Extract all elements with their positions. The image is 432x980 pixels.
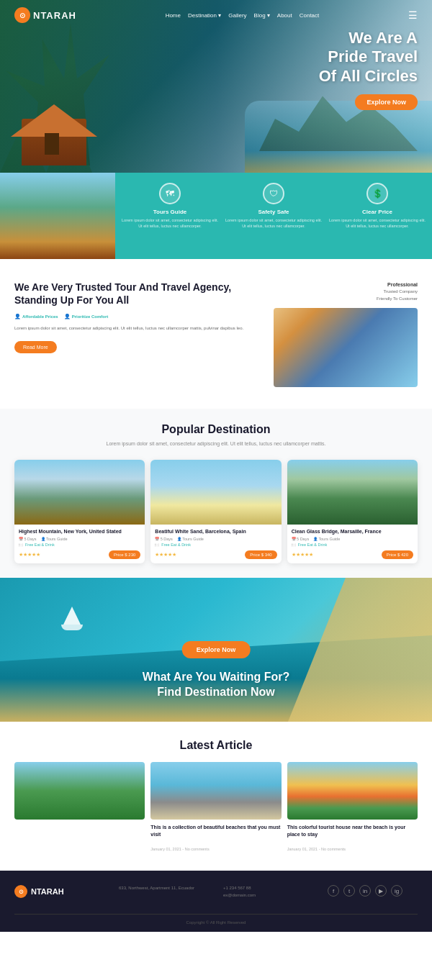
about-desc: Lorem ipsum dolor sit amet, consectetur … [14, 325, 259, 332]
footer-social-col: f t in ▶ ig [328, 885, 418, 904]
nav-blog[interactable]: Blog ▾ [254, 12, 270, 19]
social-twitter[interactable]: t [343, 885, 355, 897]
about-section: We Are Very Trusted Tour And Travel Agen… [0, 259, 432, 409]
coast-image [150, 762, 281, 820]
houses-image [287, 762, 418, 820]
social-youtube[interactable]: ▶ [375, 885, 387, 897]
cta-section: Explore Now What Are You Waiting For? Fi… [0, 578, 432, 722]
features-section: 🗺 Tours Guide Lorem ipsum dolor sit amet… [0, 173, 432, 259]
bridge-include: Free Eat & Drink [292, 543, 413, 547]
logo-text: NTARAH [33, 10, 76, 21]
feature-safety: 🛡 Safety Safe Lorem ipsum dolor sit amet… [225, 183, 323, 229]
beach-price-button[interactable]: Price $ 340 [245, 550, 276, 559]
mountain-info: Highest Mountain, New York, United State… [14, 525, 145, 563]
logo-icon: ⊙ [14, 7, 30, 23]
articles-grid: This is a collection of beautiful beache… [14, 762, 418, 854]
houses-date: January 01, 2021 - No comments [287, 847, 346, 851]
coast-title: This is a collection of beautiful beache… [150, 824, 281, 838]
beach-info: Beatiful White Sand, Barcelona, Spain 5 … [150, 525, 281, 563]
social-linkedin[interactable]: in [359, 885, 371, 897]
article-tropical [14, 762, 145, 824]
hamburger-icon[interactable]: ☰ [408, 9, 418, 21]
bridge-meta: 5 Days Tours Guide [292, 537, 413, 541]
safety-icon: 🛡 [263, 183, 284, 204]
popular-title: Popular Destination [14, 423, 418, 436]
bridge-title: Clean Glass Bridge, Marsaille, France [292, 529, 413, 534]
nav-destination[interactable]: Destination ▾ [188, 12, 221, 19]
cta-boat [58, 607, 86, 625]
houses-title: This colorful tourist house near the bea… [287, 824, 418, 838]
about-right: Professional Trusted Company Friendly To… [274, 281, 418, 387]
features-cards: 🗺 Tours Guide Lorem ipsum dolor sit amet… [115, 173, 432, 259]
footer-main: ⊙ NTARAH 633, Northwest, Apartment 11, E… [14, 885, 418, 904]
footer-contact-col: +1 234 567 88 ex@domain.com [223, 885, 313, 904]
bridge-stars: ★★★★★ [292, 552, 313, 558]
beach-include: Free Eat & Drink [155, 543, 276, 547]
footer-bottom: Copyright © All Right Reserved [14, 914, 418, 925]
articles-title: Latest Article [14, 739, 418, 752]
footer-social: f t in ▶ ig [328, 885, 418, 897]
mountain-footer: ★★★★★ Price $ 230 [19, 550, 140, 559]
about-image [274, 308, 418, 387]
about-left: We Are Very Trusted Tour And Travel Agen… [14, 281, 259, 353]
footer-address-col: 633, Northwest, Apartment 11, Ecuador [119, 885, 209, 904]
tropical-image [14, 762, 145, 820]
beach-image [150, 460, 281, 525]
trust-labels: Professional Trusted Company Friendly To… [377, 281, 418, 302]
bridge-footer: ★★★★★ Price $ 420 [292, 550, 413, 559]
badge-affordable: Affordable Prices [14, 314, 58, 319]
footer-logo-icon: ⊙ [14, 885, 27, 898]
article-houses: This colorful tourist house near the bea… [287, 762, 418, 854]
cta-text: What Are You Waiting For? Find Destinati… [0, 670, 432, 700]
bridge-image [287, 460, 418, 525]
footer-brand-col: ⊙ NTARAH [14, 885, 104, 904]
cta-explore-button[interactable]: Explore Now [182, 641, 251, 658]
social-instagram[interactable]: ig [391, 885, 402, 897]
features-image [0, 173, 115, 259]
footer-address: 633, Northwest, Apartment 11, Ecuador [119, 885, 209, 892]
beach-title: Beatiful White Sand, Barcelona, Spain [155, 529, 276, 534]
mountain-meta: 5 Days Tours Guide [19, 537, 140, 541]
about-title: We Are Very Trusted Tour And Travel Agen… [14, 281, 259, 307]
mountain-image [14, 460, 145, 525]
beach-footer: ★★★★★ Price $ 340 [155, 550, 276, 559]
nav-contact[interactable]: Contact [300, 12, 320, 19]
badge-comfort: Prioritize Comfort [64, 314, 109, 319]
destination-mountain: Highest Mountain, New York, United State… [14, 460, 145, 563]
mountain-title: Highest Mountain, New York, United State… [19, 529, 140, 534]
nav-about[interactable]: About [277, 12, 292, 19]
footer-logo: ⊙ NTARAH [14, 885, 104, 898]
coast-date: January 01, 2021 - No comments [150, 847, 209, 851]
bridge-price-button[interactable]: Price $ 420 [382, 550, 413, 559]
read-more-button[interactable]: Read More [14, 341, 57, 353]
navbar: ⊙ NTARAH Home Destination ▾ Gallery Blog… [0, 0, 432, 30]
footer-phone: +1 234 567 88 [223, 885, 313, 892]
footer-email: ex@domain.com [223, 892, 313, 899]
mountain-stars: ★★★★★ [19, 552, 40, 558]
nav-links: Home Destination ▾ Gallery Blog ▾ About … [166, 12, 320, 19]
nav-logo[interactable]: ⊙ NTARAH [14, 7, 76, 23]
about-badges: Affordable Prices Prioritize Comfort [14, 314, 259, 319]
copyright-text: Copyright © All Right Reserved [14, 920, 418, 925]
feature-tours: 🗺 Tours Guide Lorem ipsum dolor sit amet… [121, 183, 219, 229]
destination-beach: Beatiful White Sand, Barcelona, Spain 5 … [150, 460, 281, 563]
hero-text: We Are A Pride Travel Of All Circles Exp… [319, 29, 418, 110]
popular-desc: Lorem ipsum dolor sit amet, consectetur … [14, 440, 418, 448]
nav-home[interactable]: Home [166, 12, 181, 19]
beach-stars: ★★★★★ [155, 552, 176, 558]
destination-bridge: Clean Glass Bridge, Marsaille, France 5 … [287, 460, 418, 563]
popular-section: Popular Destination Lorem ipsum dolor si… [0, 409, 432, 578]
articles-section: Latest Article This is a collection of b… [0, 722, 432, 871]
footer-logo-text: NTARAH [31, 887, 64, 896]
mountain-price-button[interactable]: Price $ 230 [109, 550, 140, 559]
feature-price: 💲 Clear Price Lorem ipsum dolor sit amet… [328, 183, 426, 229]
mountain-include: Free Eat & Drink [19, 543, 140, 547]
footer: ⊙ NTARAH 633, Northwest, Apartment 11, E… [0, 871, 432, 932]
tours-icon: 🗺 [159, 183, 181, 204]
hero-explore-button[interactable]: Explore Now [355, 94, 418, 110]
nav-gallery[interactable]: Gallery [228, 12, 246, 19]
beach-meta: 5 Days Tours Guide [155, 537, 276, 541]
destinations-grid: Highest Mountain, New York, United State… [14, 460, 418, 563]
article-coast: This is a collection of beautiful beache… [150, 762, 281, 854]
social-facebook[interactable]: f [328, 885, 339, 897]
